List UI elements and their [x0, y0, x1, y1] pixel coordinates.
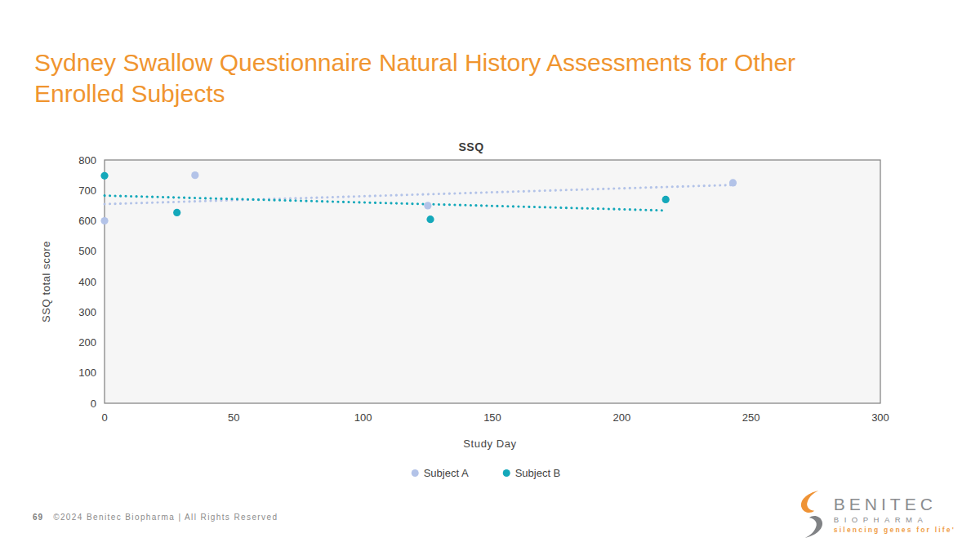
y-tick-label: 300	[78, 306, 96, 318]
x-axis-title: Study Day	[463, 438, 516, 450]
legend-label-subject-b: Subject B	[515, 467, 561, 479]
y-tick-label: 500	[78, 245, 96, 257]
data-point-subject-a	[191, 171, 198, 179]
logo-text: BENITEC BIOPHARMA silencing genes for li…	[834, 495, 956, 534]
data-point-subject-a	[100, 217, 108, 224]
x-tick-label: 100	[354, 411, 372, 424]
logo-wordmark: BENITEC	[834, 495, 956, 513]
y-tick-label: 400	[78, 276, 96, 288]
x-tick-label: 300	[871, 411, 889, 424]
benitec-logo: BENITEC BIOPHARMA silencing genes for li…	[796, 491, 956, 538]
y-tick-label: 700	[78, 184, 96, 197]
x-tick-label: 0	[101, 411, 107, 424]
y-axis-title: SSQ total score	[40, 241, 52, 322]
data-point-subject-a	[424, 202, 431, 209]
subject-b-marker-icon	[503, 469, 510, 477]
x-tick-label: 50	[228, 411, 239, 424]
data-point-subject-b	[426, 216, 434, 223]
chart-legend: Subject A Subject B	[412, 467, 561, 479]
legend-item-subject-b: Subject B	[503, 467, 561, 479]
plot-area	[105, 160, 880, 403]
chart-title: SSQ	[458, 140, 483, 153]
y-tick-label: 600	[78, 215, 96, 227]
data-point-subject-b	[173, 209, 180, 216]
legend-label-subject-a: Subject A	[424, 467, 469, 479]
copyright-text: ©2024 Benitec Biopharma | All Rights Res…	[53, 513, 278, 522]
benitec-helix-icon	[796, 491, 827, 538]
data-point-subject-b	[100, 172, 108, 180]
y-tick-label: 0	[91, 398, 96, 410]
logo-tagline: silencing genes for life'	[834, 527, 956, 534]
y-tick-label: 200	[78, 336, 96, 349]
logo-subtitle: BIOPHARMA	[834, 516, 956, 524]
x-tick-label: 250	[742, 411, 760, 424]
x-tick-label: 200	[612, 411, 630, 424]
data-point-subject-a	[729, 179, 737, 186]
subject-a-marker-icon	[412, 469, 419, 477]
y-tick-label: 100	[78, 367, 96, 379]
slide-footer: 69 ©2024 Benitec Biopharma | All Rights …	[33, 513, 278, 522]
y-tick-label: 800	[78, 154, 96, 167]
x-tick-label: 150	[483, 411, 501, 424]
legend-item-subject-a: Subject A	[412, 467, 469, 479]
page-number: 69	[33, 513, 43, 522]
data-point-subject-b	[662, 196, 670, 203]
